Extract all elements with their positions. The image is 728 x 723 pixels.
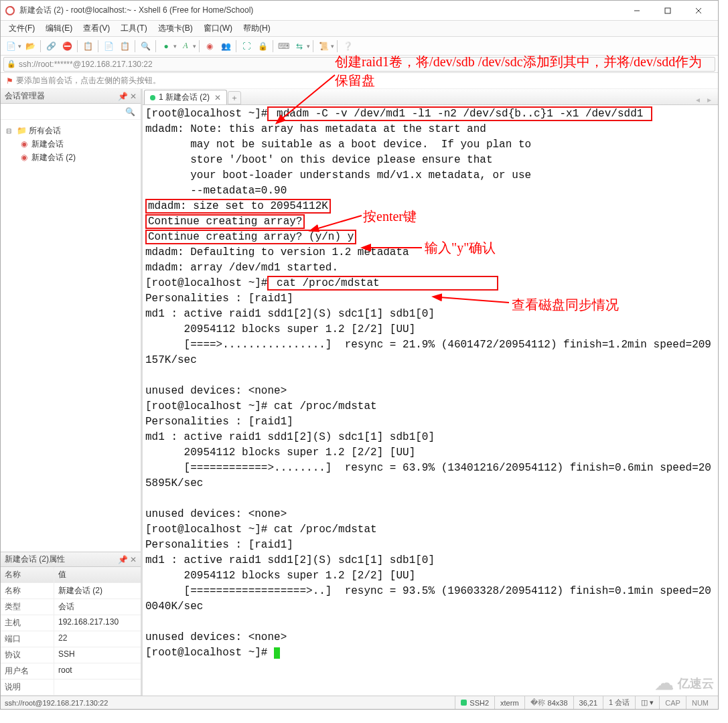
pin-icon[interactable]: 📌 ✕: [118, 92, 137, 101]
tree-item-2-label: 新建会话 (2): [31, 152, 76, 163]
session-icon: ◉: [19, 153, 29, 162]
address-bar: 🔒 ssh://root:******@192.168.217.130:22: [1, 56, 718, 73]
maximize-button[interactable]: [652, 1, 683, 21]
status-bar: ssh://root@192.168.217.130:22 SSH2 xterm…: [1, 696, 718, 709]
props-row: 协议SSH: [1, 647, 141, 663]
pin-icon[interactable]: 📌 ✕: [118, 555, 137, 564]
properties-title: 新建会话 (2)属性: [5, 554, 65, 565]
transfer-icon[interactable]: ⇆: [292, 39, 307, 54]
address-text: ssh://root:******@192.168.217.130:22: [19, 60, 153, 69]
tabs-bar: 1 新建会话 (2) ✕ ＋ ◂ ▸: [143, 89, 718, 105]
reconnect-icon[interactable]: 🔗: [44, 39, 58, 54]
color-scheme-icon[interactable]: ●: [159, 39, 173, 54]
lock-icon[interactable]: 🔒: [255, 39, 270, 54]
menu-view[interactable]: 查看(V): [78, 21, 115, 35]
left-panel: 会话管理器 📌 ✕ 🔍 ⊟ 📁 所有会话 ◉ 新建会话 ◉ 新建会话 (2): [1, 89, 143, 696]
props-val: [54, 679, 141, 695]
menu-edit[interactable]: 编辑(E): [40, 21, 78, 35]
session-manager-header: 会话管理器 📌 ✕: [1, 89, 141, 104]
props-hdr-name: 名称: [1, 567, 54, 582]
status-num: NUM: [686, 696, 714, 709]
status-size: �称84x38: [524, 696, 573, 709]
add-tab-button[interactable]: ＋: [228, 91, 241, 104]
folder-icon: 📁: [17, 126, 26, 135]
properties-header: 新建会话 (2)属性 📌 ✕: [1, 552, 141, 567]
menu-window[interactable]: 窗口(W): [198, 21, 238, 35]
menu-file[interactable]: 文件(F): [3, 21, 40, 35]
svg-rect-2: [665, 8, 670, 13]
props-key: 端口: [1, 631, 54, 647]
window-title: 新建会话 (2) - root@localhost:~ - Xshell 6 (…: [19, 5, 622, 16]
terminal-panel: 1 新建会话 (2) ✕ ＋ ◂ ▸ [root@localhost ~]# m…: [143, 89, 718, 696]
connected-dot-icon: [150, 95, 155, 100]
highlight-cmd2: cat /proc/mdstat: [267, 276, 498, 291]
close-button[interactable]: [683, 1, 714, 21]
props-val: 新建会话 (2): [54, 583, 141, 598]
props-header-row: 名称 值: [1, 567, 141, 583]
lock-small-icon: 🔒: [7, 60, 16, 68]
flag-icon: ⚑: [6, 76, 13, 86]
users-icon[interactable]: 👥: [218, 39, 233, 54]
props-row: 类型会话: [1, 599, 141, 615]
help-icon[interactable]: ❔: [340, 39, 355, 54]
props-key: 类型: [1, 599, 54, 615]
highlight-size: mdadm: size set to 20954112K: [145, 199, 331, 214]
props-val: 22: [54, 631, 141, 647]
props-key: 名称: [1, 583, 54, 598]
toolbar: 📄▾ 📂 🔗 ⛔ 📋 📄 📋 🔍 ●▾ A▾ ◉ 👥 ⛶ 🔒 ⌨ ⇆▾ 📜▾ ❔: [1, 37, 718, 56]
tab-close-icon[interactable]: ✕: [214, 93, 221, 102]
new-session-icon[interactable]: 📄: [3, 39, 18, 54]
address-input[interactable]: 🔒 ssh://root:******@192.168.217.130:22: [3, 57, 715, 72]
session-search[interactable]: 🔍: [1, 104, 141, 120]
keyboard-icon[interactable]: ⌨: [276, 39, 291, 54]
tree-root[interactable]: ⊟ 📁 所有会话: [3, 124, 138, 137]
minimize-button[interactable]: [622, 1, 652, 21]
status-tile[interactable]: ◫ ▾: [635, 696, 659, 709]
collapse-icon[interactable]: ⊟: [6, 127, 14, 135]
props-row: 端口22: [1, 631, 141, 647]
status-connection: ssh://root@192.168.217.130:22: [5, 699, 108, 707]
tab-nav[interactable]: ◂ ▸: [696, 95, 714, 104]
tree-item-1-label: 新建会话: [31, 139, 64, 150]
paste-icon[interactable]: 📋: [117, 39, 132, 54]
tab-active[interactable]: 1 新建会话 (2) ✕: [144, 90, 227, 104]
search-icon: 🔍: [125, 107, 135, 116]
terminal-cursor: [274, 647, 280, 659]
props-val: 192.168.217.130: [54, 615, 141, 631]
title-bar: 新建会话 (2) - root@localhost:~ - Xshell 6 (…: [1, 1, 718, 21]
session-tree: ⊟ 📁 所有会话 ◉ 新建会话 ◉ 新建会话 (2): [1, 120, 141, 552]
menu-tools[interactable]: 工具(T): [115, 21, 152, 35]
highlight-cmd1: mdadm -C -v /dev/md1 -l1 -n2 /dev/sd{b..…: [267, 106, 652, 121]
session-manager-title: 会话管理器: [5, 90, 45, 102]
hint-text: 要添加当前会话，点击左侧的箭头按钮。: [16, 75, 161, 86]
disconnect-icon[interactable]: ⛔: [60, 39, 74, 54]
status-sessions: 1 会话: [603, 696, 635, 709]
script-icon[interactable]: 📜: [316, 39, 331, 54]
highlight-continue2: Continue creating array? (y/n) y: [145, 230, 356, 244]
props-row: 名称新建会话 (2): [1, 583, 141, 599]
tree-item-1[interactable]: ◉ 新建会话: [3, 137, 138, 151]
properties-panel: 新建会话 (2)属性 📌 ✕ 名称 值 名称新建会话 (2)类型会话主机192.…: [1, 552, 141, 696]
find-icon[interactable]: 🔍: [138, 39, 153, 54]
props-val: root: [54, 663, 141, 679]
app-window: 新建会话 (2) - root@localhost:~ - Xshell 6 (…: [0, 0, 719, 710]
hint-bar: ⚑ 要添加当前会话，点击左侧的箭头按钮。: [1, 73, 718, 89]
fullscreen-icon[interactable]: ⛶: [239, 39, 254, 54]
copy-icon[interactable]: 📄: [101, 39, 116, 54]
menu-tabs[interactable]: 选项卡(B): [153, 21, 198, 35]
props-hdr-value: 值: [54, 567, 141, 582]
app-icon: [5, 5, 15, 16]
tree-item-2[interactable]: ◉ 新建会话 (2): [3, 151, 138, 164]
menu-help[interactable]: 帮助(H): [238, 21, 276, 35]
open-session-icon[interactable]: 📂: [23, 39, 38, 54]
props-key: 说明: [1, 679, 54, 695]
props-key: 主机: [1, 615, 54, 631]
swirl-icon[interactable]: ◉: [202, 39, 217, 54]
props-val: SSH: [54, 647, 141, 663]
tree-root-label: 所有会话: [29, 125, 61, 137]
status-term: xterm: [494, 696, 524, 709]
terminal[interactable]: [root@localhost ~]# mdadm -C -v /dev/md1…: [143, 105, 718, 696]
properties-icon[interactable]: 📋: [80, 39, 95, 54]
font-icon[interactable]: A: [178, 39, 193, 54]
props-row: 用户名root: [1, 663, 141, 679]
